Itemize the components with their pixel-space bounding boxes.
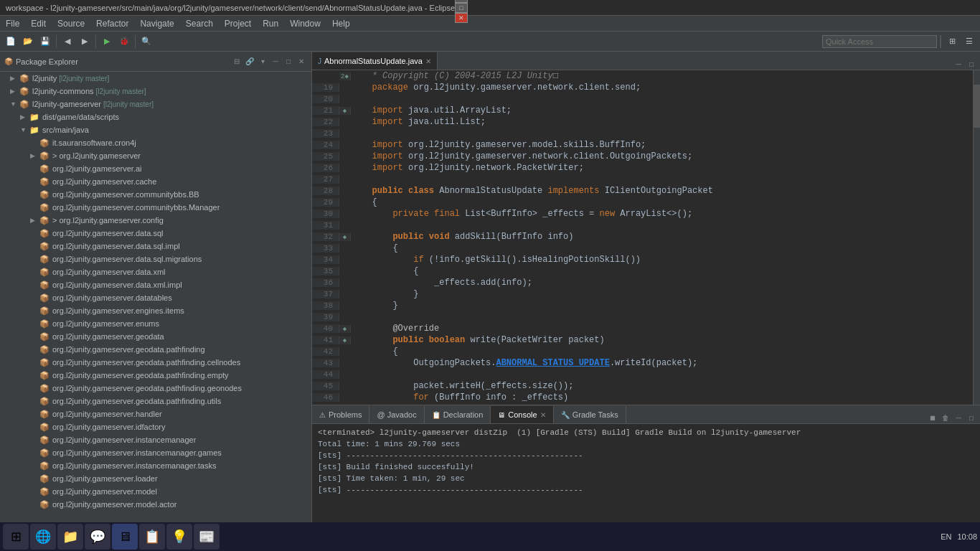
tree-item[interactable]: 📦it.sauransoftware.cron4j bbox=[0, 136, 311, 149]
tree-item[interactable]: ▶📦> org.l2junity.gameserver.config bbox=[0, 214, 311, 227]
tab-declaration[interactable]: 📋 Declaration bbox=[425, 406, 491, 423]
tab-javadoc[interactable]: @ Javadoc bbox=[369, 406, 424, 423]
tree-item[interactable]: 📦org.l2junity.gameserver.communitybbs.BB bbox=[0, 188, 311, 201]
close-button[interactable]: ✕ bbox=[455, 13, 468, 23]
tree-item[interactable]: 📦org.l2junity.gameserver.idfactory bbox=[0, 420, 311, 433]
tree-item[interactable]: 📦org.l2junity.gameserver.instancemanager bbox=[0, 433, 311, 446]
line-number: 30 bbox=[312, 209, 339, 218]
taskbar-explorer[interactable]: 📁 bbox=[57, 524, 83, 550]
tree-item[interactable]: 📦org.l2junity.gameserver.datatables bbox=[0, 291, 311, 304]
pkg-icon: 📦 bbox=[39, 331, 50, 342]
menu-search[interactable]: Search bbox=[180, 17, 219, 30]
link-with-editor-btn[interactable]: 🔗 bbox=[244, 56, 255, 67]
tree-item[interactable]: 📦org.l2junity.gameserver.handler bbox=[0, 408, 311, 420]
bottom-maximize-btn[interactable]: □ bbox=[966, 412, 977, 423]
tree-item[interactable]: ▶📦l2junity [l2junity master] bbox=[0, 72, 311, 85]
tab-gradle-tasks[interactable]: 🔧 Gradle Tasks bbox=[554, 406, 626, 423]
tree-item[interactable]: 📦org.l2junity.gameserver.instancemanager… bbox=[0, 459, 311, 472]
menu-source[interactable]: Source bbox=[52, 17, 90, 30]
tree-label: org.l2junity.gameserver.geodata.pathfind… bbox=[52, 397, 221, 405]
tree-item[interactable]: ▼📁src/main/java bbox=[0, 123, 311, 136]
code-scroll[interactable]: 2◆ * Copyright (C) 2004-2015 L2J Unity□1… bbox=[312, 70, 973, 405]
editor-minimize-btn[interactable]: ─ bbox=[953, 58, 964, 70]
tree-item[interactable]: 📦org.l2junity.gameserver.model bbox=[0, 485, 311, 498]
tree-item[interactable]: ▶📁dist/game/data/scripts bbox=[0, 110, 311, 123]
toolbar-open[interactable]: 📂 bbox=[20, 34, 36, 50]
taskbar-start[interactable]: ⊞ bbox=[3, 524, 29, 550]
collapse-all-btn[interactable]: ⊟ bbox=[231, 56, 242, 67]
menu-refactor[interactable]: Refactor bbox=[90, 17, 134, 30]
tree-item[interactable]: 📦org.l2junity.gameserver.geodata.pathfin… bbox=[0, 382, 311, 395]
tree-item[interactable]: 📦org.l2junity.gameserver.enums bbox=[0, 317, 311, 330]
tab-close-btn[interactable]: ✕ bbox=[425, 57, 431, 65]
tree-item[interactable]: 📦org.l2junity.gameserver.data.sql.migrat… bbox=[0, 253, 311, 265]
menu-edit[interactable]: Edit bbox=[25, 17, 52, 30]
console-tab-close[interactable]: ✕ bbox=[540, 411, 546, 419]
taskbar-light[interactable]: 💡 bbox=[166, 524, 192, 550]
tree-item[interactable]: 📦org.l2junity.gameserver.geodata.pathfin… bbox=[0, 356, 311, 369]
toolbar-run[interactable]: ▶ bbox=[99, 34, 115, 50]
taskbar-eclipse[interactable]: 🖥 bbox=[112, 524, 138, 550]
tree-badge: [l2junity master] bbox=[59, 75, 109, 83]
toolbar-view[interactable]: ☰ bbox=[961, 34, 977, 50]
tree-item[interactable]: 📦org.l2junity.gameserver.data.xml.impl bbox=[0, 278, 311, 291]
tree-item[interactable]: 📦org.l2junity.gameserver.geodata.pathfin… bbox=[0, 395, 311, 408]
taskbar-notepad[interactable]: 📋 bbox=[139, 524, 165, 550]
toolbar-search[interactable]: 🔍 bbox=[138, 34, 154, 50]
tree-item[interactable]: 📦org.l2junity.gameserver.cache bbox=[0, 175, 311, 188]
tab-console[interactable]: 🖥 Console ✕ bbox=[491, 406, 553, 423]
taskbar-ie[interactable]: 🌐 bbox=[30, 524, 56, 550]
tree-item[interactable]: 📦org.l2junity.gameserver.data.sql bbox=[0, 227, 311, 240]
tree-item[interactable]: 📦org.l2junity.gameserver.data.xml bbox=[0, 265, 311, 278]
tree-item[interactable]: 📦org.l2junity.gameserver.instancemanager… bbox=[0, 446, 311, 459]
toolbar-fwd[interactable]: ▶ bbox=[77, 34, 93, 50]
panel-close-btn[interactable]: ✕ bbox=[296, 56, 307, 67]
quick-access-box[interactable] bbox=[822, 35, 937, 48]
tree-item[interactable]: 📦org.l2junity.gameserver.geodata.pathfin… bbox=[0, 343, 311, 356]
tree-item[interactable]: 📦org.l2junity.gameserver.model.actor bbox=[0, 498, 311, 511]
right-panel: J AbnormalStatusUpdate.java ✕ ─ □ 2◆ * C… bbox=[312, 52, 980, 534]
menu-file[interactable]: File bbox=[0, 17, 25, 30]
toolbar-perspective[interactable]: ⊞ bbox=[944, 34, 960, 50]
console-stop-btn[interactable]: ⏹ bbox=[927, 412, 938, 423]
tree-item[interactable]: 📦org.l2junity.gameserver.engines.items bbox=[0, 304, 311, 317]
toolbar-back[interactable]: ◀ bbox=[60, 34, 75, 50]
tree-item[interactable]: 📦org.l2junity.gameserver.ai bbox=[0, 162, 311, 175]
menu-run[interactable]: Run bbox=[257, 17, 284, 30]
line-number: 19 bbox=[312, 83, 339, 92]
editor-maximize-btn[interactable]: □ bbox=[966, 58, 977, 70]
panel-menu-btn[interactable]: ▾ bbox=[257, 56, 268, 67]
panel-maximize-btn[interactable]: □ bbox=[283, 56, 294, 67]
bottom-minimize-btn[interactable]: ─ bbox=[953, 412, 964, 423]
tree-item[interactable]: 📦org.l2junity.gameserver.geodata.pathfin… bbox=[0, 369, 311, 382]
tree-item[interactable]: 📦org.l2junity.gameserver.communitybbs.Ma… bbox=[0, 201, 311, 214]
maximize-button[interactable]: □ bbox=[455, 3, 468, 13]
menu-project[interactable]: Project bbox=[219, 17, 257, 30]
editor-scrollbar[interactable] bbox=[973, 70, 980, 405]
tab-problems[interactable]: ⚠ Problems bbox=[312, 406, 369, 423]
taskbar-chat[interactable]: 💬 bbox=[85, 524, 110, 550]
panel-minimize-btn[interactable]: ─ bbox=[270, 56, 281, 67]
menu-navigate[interactable]: Navigate bbox=[134, 17, 179, 30]
package-explorer-tree[interactable]: ▶📦l2junity [l2junity master]▶📦l2junity-c… bbox=[0, 72, 311, 534]
title-controls: ─ □ ✕ bbox=[455, 0, 468, 23]
tree-item[interactable]: ▼📦l2junity-gameserver [l2junity master] bbox=[0, 98, 311, 110]
tree-item[interactable]: 📦org.l2junity.gameserver.geodata bbox=[0, 330, 311, 343]
menu-window[interactable]: Window bbox=[284, 17, 326, 30]
quick-access-input[interactable] bbox=[826, 37, 933, 46]
tree-item[interactable]: ▶📦> org.l2junity.gameserver bbox=[0, 149, 311, 162]
console-line: [sts] Time taken: 1 min, 29 sec bbox=[318, 473, 974, 484]
tree-item[interactable]: 📦org.l2junity.gameserver.loader bbox=[0, 472, 311, 485]
toolbar-save[interactable]: 💾 bbox=[37, 34, 53, 50]
scroll-thumb[interactable] bbox=[974, 85, 980, 128]
code-editor[interactable]: 2◆ * Copyright (C) 2004-2015 L2J Unity□1… bbox=[312, 70, 980, 405]
tree-item[interactable]: ▶📦l2junity-commons [l2junity master] bbox=[0, 85, 311, 98]
console-clear-btn[interactable]: 🗑 bbox=[940, 412, 951, 423]
menu-help[interactable]: Help bbox=[326, 17, 356, 30]
taskbar-news[interactable]: 📰 bbox=[194, 524, 220, 550]
bold-link[interactable]: ABNORMAL_STATUS_UPDATE bbox=[496, 358, 609, 368]
toolbar-new[interactable]: 📄 bbox=[3, 34, 19, 50]
toolbar-debug[interactable]: 🐞 bbox=[116, 34, 132, 50]
tab-abnormalstatusupdate[interactable]: J AbnormalStatusUpdate.java ✕ bbox=[312, 52, 438, 70]
tree-item[interactable]: 📦org.l2junity.gameserver.data.sql.impl bbox=[0, 240, 311, 253]
